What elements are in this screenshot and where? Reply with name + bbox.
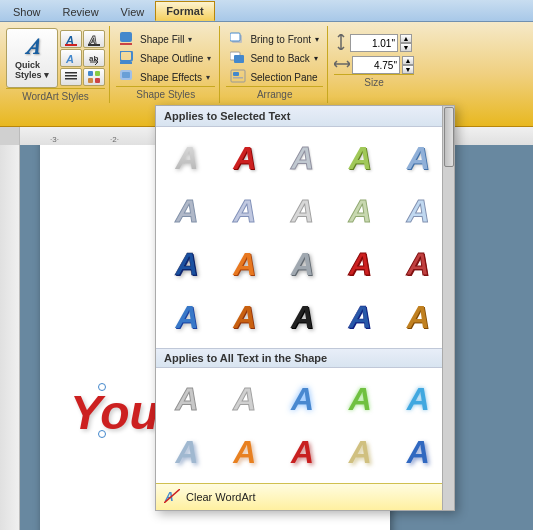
format-btn-row-3	[60, 68, 105, 86]
wordart-style-4-1[interactable]: A	[162, 292, 212, 342]
wordart-style-4-5[interactable]: A	[393, 292, 443, 342]
wordart-style-1-1[interactable]: A	[162, 133, 212, 183]
wordart-style-1-2[interactable]: A	[220, 133, 270, 183]
height-up-arrow[interactable]: ▲	[400, 34, 412, 43]
wordart-style-s2-1-1[interactable]: A	[162, 374, 212, 424]
tab-review[interactable]: Review	[52, 1, 110, 21]
shape-effects-dropdown-icon[interactable]: ▾	[206, 73, 210, 82]
height-input[interactable]	[350, 34, 398, 52]
height-icon	[334, 34, 348, 52]
wordart-style-4-2[interactable]: A	[220, 292, 270, 342]
selection-pane-button[interactable]: Selection Pane	[226, 68, 323, 86]
svg-rect-14	[120, 43, 132, 45]
shape-effects-label: Shape Effects	[140, 72, 202, 83]
text-outline-button[interactable]: A	[83, 30, 105, 48]
wordart-style-s2-1-5[interactable]: A	[393, 374, 443, 424]
wordart-styles-dropdown: Applies to Selected Text A A A A A A A A…	[155, 105, 455, 511]
shape-btns: Shape Fill ▾ Shape Outline ▾ Shape Effec…	[116, 26, 215, 86]
align-text-button[interactable]	[60, 68, 82, 86]
tab-format[interactable]: Format	[155, 1, 214, 21]
wordart-style-2-2[interactable]: A	[220, 186, 270, 236]
svg-rect-6	[65, 72, 77, 74]
quick-styles-icon: 𝐴	[26, 36, 39, 58]
svg-rect-9	[88, 71, 93, 76]
wordart-style-3-2[interactable]: A	[220, 239, 270, 289]
width-spin[interactable]: ▲ ▼	[402, 56, 414, 74]
svg-rect-25	[233, 77, 243, 79]
wordart-style-4-3[interactable]: A	[278, 292, 328, 342]
wordart-style-s2-2-1[interactable]: A	[162, 427, 212, 477]
quick-styles-label: QuickStyles ▾	[15, 60, 49, 80]
shape-effects-icon	[120, 70, 136, 84]
wordart-style-3-1[interactable]: A	[162, 239, 212, 289]
convert-to-smartart-button[interactable]	[83, 68, 105, 86]
clear-wordart-button[interactable]: A Clear WordArt	[156, 483, 454, 510]
wordart-style-1-5[interactable]: A	[393, 133, 443, 183]
send-to-back-button[interactable]: Send to Back ▾	[226, 49, 323, 67]
clear-wordart-label: Clear WordArt	[186, 491, 255, 503]
wordart-style-1-4[interactable]: A	[335, 133, 385, 183]
text-direction-button[interactable]: ab	[83, 49, 105, 67]
wordart-style-s2-2-2[interactable]: A	[220, 427, 270, 477]
svg-rect-20	[230, 33, 240, 41]
width-input-row: ▲ ▼	[334, 56, 414, 74]
shape-effects-button[interactable]: Shape Effects ▾	[116, 68, 215, 86]
wordart-style-1-3[interactable]: A	[278, 133, 328, 183]
styles-grid-2: A A A A A A A A A A	[156, 368, 454, 483]
svg-rect-12	[95, 78, 100, 83]
ribbon-content: 𝐴 QuickStyles ▾ A A A	[0, 22, 533, 105]
wordart-style-s2-1-3[interactable]: A	[278, 374, 328, 424]
tab-view[interactable]: View	[110, 1, 156, 21]
arrange-group: Bring to Front ▾ Send to Back ▾ Selectio…	[222, 26, 328, 103]
wordart-style-s2-2-3[interactable]: A	[278, 427, 328, 477]
wordart-style-4-4[interactable]: A	[335, 292, 385, 342]
ruler-corner	[0, 127, 20, 145]
wordart-style-3-5[interactable]: A	[393, 239, 443, 289]
shape-styles-inner: 𝐴 QuickStyles ▾ A A A	[6, 26, 105, 88]
svg-rect-15	[120, 51, 132, 61]
svg-rect-11	[88, 78, 93, 83]
format-btn-row-2: A ab	[60, 49, 105, 67]
shape-fill-label: Shape Fill	[140, 34, 184, 45]
width-icon	[334, 57, 350, 73]
text-fill-button[interactable]: A	[60, 30, 82, 48]
shape-fill-dropdown-icon[interactable]: ▾	[188, 35, 192, 44]
width-input[interactable]	[352, 56, 400, 74]
shape-fill-button[interactable]: Shape Fill ▾	[116, 30, 215, 48]
wordart-style-2-3[interactable]: A	[278, 186, 328, 236]
height-down-arrow[interactable]: ▼	[400, 43, 412, 52]
height-spin[interactable]: ▲ ▼	[400, 34, 412, 52]
svg-rect-3	[88, 44, 100, 46]
send-to-back-dropdown[interactable]: ▾	[314, 54, 318, 63]
shape-outline-label: Shape Outline	[140, 53, 203, 64]
wordart-style-s2-1-4[interactable]: A	[335, 374, 385, 424]
wordart-style-s2-2-4[interactable]: A	[335, 427, 385, 477]
width-up-arrow[interactable]: ▲	[402, 56, 414, 65]
shape-outline-button[interactable]: Shape Outline ▾	[116, 49, 215, 67]
bring-to-front-label: Bring to Front	[250, 34, 311, 45]
bring-to-front-dropdown[interactable]: ▾	[315, 35, 319, 44]
wordart-style-2-4[interactable]: A	[335, 186, 385, 236]
send-to-back-label: Send to Back	[250, 53, 309, 64]
bring-to-front-button[interactable]: Bring to Front ▾	[226, 30, 323, 48]
wordart-style-3-4[interactable]: A	[335, 239, 385, 289]
wordart-style-3-3[interactable]: A	[278, 239, 328, 289]
arrange-btns: Bring to Front ▾ Send to Back ▾ Selectio…	[226, 26, 323, 86]
text-effects-button[interactable]: A	[60, 49, 82, 67]
svg-text:A: A	[65, 53, 74, 65]
dropdown-scrollbar[interactable]	[442, 106, 454, 510]
wordart-style-s2-1-2[interactable]: A	[220, 374, 270, 424]
size-group: ▲ ▼ ▲ ▼ Size	[330, 26, 418, 103]
wordart-style-2-1[interactable]: A	[162, 186, 212, 236]
quick-styles-button[interactable]: 𝐴 QuickStyles ▾	[6, 28, 58, 88]
width-down-arrow[interactable]: ▼	[402, 65, 414, 74]
svg-rect-18	[122, 72, 130, 78]
wordart-style-2-5[interactable]: A	[393, 186, 443, 236]
svg-rect-24	[233, 72, 239, 76]
tab-show[interactable]: Show	[2, 1, 52, 21]
scrollbar-thumb[interactable]	[444, 107, 454, 167]
clear-wordart-icon: A	[164, 489, 180, 505]
shape-outline-dropdown-icon[interactable]: ▾	[207, 54, 211, 63]
wordart-style-s2-2-5[interactable]: A	[393, 427, 443, 477]
shape-styles-label: Shape Styles	[116, 86, 215, 102]
